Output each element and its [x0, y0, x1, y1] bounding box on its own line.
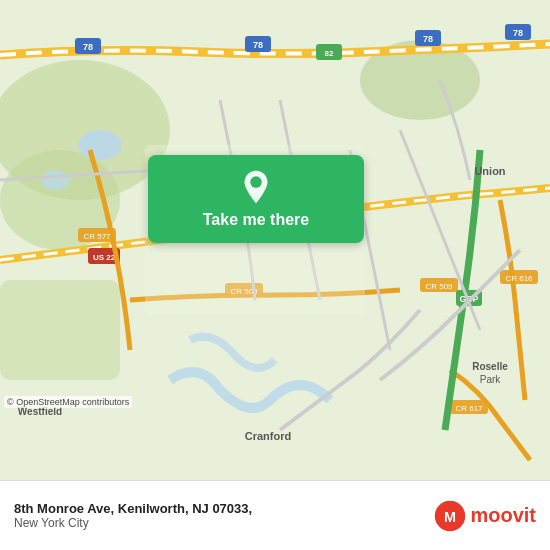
moovit-logo: M moovit	[434, 500, 536, 532]
svg-text:US 22: US 22	[93, 253, 116, 262]
map-attribution: © OpenStreetMap contributors	[4, 396, 132, 408]
svg-text:82: 82	[325, 49, 334, 58]
svg-text:CR 577: CR 577	[83, 232, 111, 241]
svg-text:78: 78	[513, 28, 523, 38]
svg-text:Roselle: Roselle	[472, 361, 508, 372]
address-line2: New York City	[14, 516, 434, 530]
address-block: 8th Monroe Ave, Kenilworth, NJ 07033, Ne…	[14, 501, 434, 530]
location-pin-icon	[238, 169, 274, 205]
svg-text:Cranford: Cranford	[245, 430, 291, 442]
svg-text:Union: Union	[474, 165, 505, 177]
svg-text:M: M	[444, 508, 456, 524]
svg-point-40	[250, 176, 261, 187]
svg-text:Park: Park	[480, 374, 502, 385]
svg-point-5	[78, 130, 122, 160]
svg-text:78: 78	[253, 40, 263, 50]
moovit-brand-icon: M	[434, 500, 466, 532]
svg-text:78: 78	[83, 42, 93, 52]
svg-text:78: 78	[423, 34, 433, 44]
info-bar: 8th Monroe Ave, Kenilworth, NJ 07033, Ne…	[0, 480, 550, 550]
svg-text:CR 509: CR 509	[425, 282, 453, 291]
cta-label: Take me there	[203, 211, 309, 229]
take-me-there-button[interactable]: Take me there	[148, 155, 364, 243]
svg-point-6	[41, 170, 69, 190]
svg-text:CR 616: CR 616	[505, 274, 533, 283]
svg-text:CR 617: CR 617	[455, 404, 483, 413]
svg-rect-3	[0, 280, 120, 380]
map-container: 78 78 78 78 82 US 22 US 22 CR 577 CR 509…	[0, 0, 550, 480]
moovit-text: moovit	[470, 504, 536, 527]
address-line1: 8th Monroe Ave, Kenilworth, NJ 07033,	[14, 501, 434, 516]
attribution-text: © OpenStreetMap contributors	[7, 397, 129, 407]
